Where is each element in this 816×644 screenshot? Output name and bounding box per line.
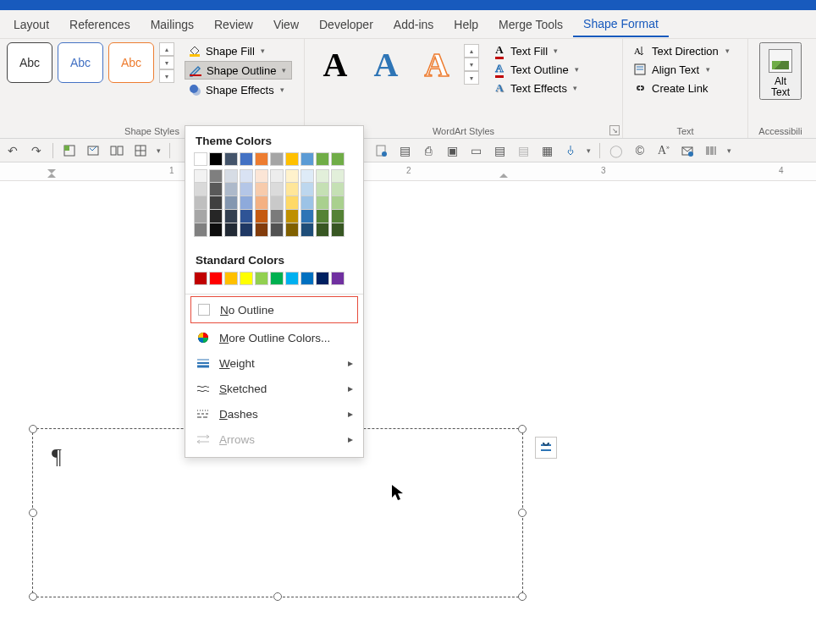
qat-generic-icon[interactable]: ▭ — [468, 143, 483, 158]
resize-handle[interactable] — [29, 509, 37, 517]
qat-icon-3[interactable] — [109, 143, 124, 158]
qat-icon-2[interactable] — [85, 143, 101, 158]
color-swatch[interactable] — [316, 223, 329, 237]
qat-barcode-icon[interactable] — [703, 143, 719, 158]
qat-generic-icon[interactable]: ▣ — [444, 143, 460, 158]
color-swatch[interactable] — [300, 183, 314, 196]
tab-mailings[interactable]: Mailings — [141, 13, 204, 36]
color-swatch[interactable] — [255, 196, 268, 210]
color-swatch[interactable] — [240, 196, 253, 210]
shape-style-thumb-2[interactable]: Abc — [58, 42, 103, 83]
color-swatch[interactable] — [209, 210, 223, 223]
color-swatch[interactable] — [316, 272, 329, 285]
color-swatch[interactable] — [331, 169, 345, 183]
create-link-button[interactable]: Create Link — [630, 80, 733, 96]
shape-outline-button[interactable]: Shape Outline ▾ — [185, 61, 292, 80]
wordart-gallery-spinner[interactable]: ▴ ▾ ▾ — [464, 44, 479, 85]
gallery-down-icon[interactable]: ▾ — [464, 58, 479, 71]
tab-developer[interactable]: Developer — [309, 13, 383, 36]
color-swatch[interactable] — [270, 272, 284, 285]
gallery-up-icon[interactable]: ▴ — [159, 42, 174, 56]
text-outline-button[interactable]: A Text Outline ▾ — [489, 61, 584, 78]
resize-handle[interactable] — [518, 509, 527, 517]
weight-item[interactable]: Weight ▸ — [185, 350, 363, 376]
wordart-launcher[interactable]: ↘ — [609, 125, 620, 135]
wordart-thumb-3[interactable]: A — [413, 42, 460, 86]
color-swatch[interactable] — [300, 196, 314, 210]
sketched-item[interactable]: Sketched ▸ — [185, 376, 363, 401]
color-swatch[interactable] — [194, 210, 207, 223]
color-swatch[interactable] — [209, 196, 223, 210]
color-swatch[interactable] — [300, 272, 314, 285]
color-swatch[interactable] — [316, 210, 329, 223]
layout-options-button[interactable] — [535, 437, 557, 459]
text-effects-button[interactable]: A Text Effects ▾ — [489, 80, 584, 96]
color-swatch[interactable] — [331, 196, 345, 210]
color-swatch[interactable] — [270, 196, 284, 210]
color-swatch[interactable] — [300, 210, 314, 223]
color-swatch[interactable] — [285, 210, 299, 223]
color-swatch[interactable] — [285, 169, 299, 183]
color-swatch[interactable] — [316, 183, 329, 196]
color-swatch[interactable] — [331, 152, 345, 166]
color-swatch[interactable] — [255, 169, 268, 183]
align-text-button[interactable]: Align Text ▾ — [630, 61, 733, 78]
tab-mergetools[interactable]: Merge Tools — [488, 13, 573, 36]
color-swatch[interactable] — [331, 272, 345, 285]
resize-handle[interactable] — [273, 592, 282, 601]
dashes-item[interactable]: Dashes ▸ — [185, 401, 363, 427]
color-swatch[interactable] — [224, 152, 238, 166]
qat-circle-icon[interactable]: ◯ — [609, 143, 624, 158]
color-swatch[interactable] — [194, 169, 207, 183]
qat-copyright-icon[interactable]: © — [632, 143, 648, 158]
color-swatch[interactable] — [224, 169, 238, 183]
color-swatch[interactable] — [224, 183, 238, 196]
color-swatch[interactable] — [194, 183, 207, 196]
color-swatch[interactable] — [270, 183, 284, 196]
color-swatch[interactable] — [209, 272, 223, 285]
color-swatch[interactable] — [255, 183, 268, 196]
shape-style-thumb-3[interactable]: Abc — [108, 42, 154, 83]
wordart-thumb-2[interactable]: A — [362, 42, 410, 86]
more-outline-colors-item[interactable]: More Outline Colors... — [185, 325, 363, 350]
color-swatch[interactable] — [270, 169, 284, 183]
tab-references[interactable]: References — [59, 13, 141, 36]
shape-effects-button[interactable]: Shape Effects ▾ — [185, 81, 292, 98]
horizontal-ruler[interactable]: 1 2 3 4 — [0, 162, 816, 181]
color-swatch[interactable] — [194, 272, 207, 285]
color-swatch[interactable] — [194, 196, 207, 210]
gallery-down-icon[interactable]: ▾ — [159, 56, 174, 69]
color-swatch[interactable] — [224, 223, 238, 237]
qat-print-icon[interactable]: ⎙ — [421, 143, 436, 158]
color-swatch[interactable] — [300, 152, 314, 166]
qat-mail-icon[interactable] — [680, 143, 695, 158]
resize-handle[interactable] — [29, 592, 37, 601]
color-swatch[interactable] — [316, 196, 329, 210]
tab-help[interactable]: Help — [444, 13, 488, 36]
color-swatch[interactable] — [331, 210, 345, 223]
text-direction-button[interactable]: A Text Direction ▾ — [630, 42, 733, 59]
color-swatch[interactable] — [209, 152, 223, 166]
color-swatch[interactable] — [285, 272, 299, 285]
resize-handle[interactable] — [518, 592, 527, 601]
color-swatch[interactable] — [240, 223, 253, 237]
redo-icon[interactable]: ↷ — [29, 143, 44, 158]
text-fill-button[interactable]: A Text Fill ▾ — [489, 42, 584, 59]
color-swatch[interactable] — [240, 169, 253, 183]
gallery-more-icon[interactable]: ▾ — [159, 69, 174, 83]
qat-touch-icon[interactable] — [563, 143, 578, 158]
no-outline-item[interactable]: No Outline — [190, 296, 358, 323]
color-swatch[interactable] — [240, 272, 253, 285]
color-swatch[interactable] — [331, 223, 345, 237]
tab-view[interactable]: View — [263, 13, 309, 36]
color-swatch[interactable] — [209, 183, 223, 196]
qat-generic-icon[interactable]: ▦ — [539, 143, 554, 158]
color-swatch[interactable] — [240, 210, 253, 223]
color-swatch[interactable] — [224, 210, 238, 223]
tab-layout[interactable]: Layout — [3, 13, 59, 36]
wordart-thumb-1[interactable]: A — [312, 42, 359, 86]
tab-review[interactable]: Review — [204, 13, 263, 36]
color-swatch[interactable] — [224, 196, 238, 210]
color-swatch[interactable] — [285, 183, 299, 196]
qat-generic-icon[interactable]: ▤ — [492, 143, 507, 158]
